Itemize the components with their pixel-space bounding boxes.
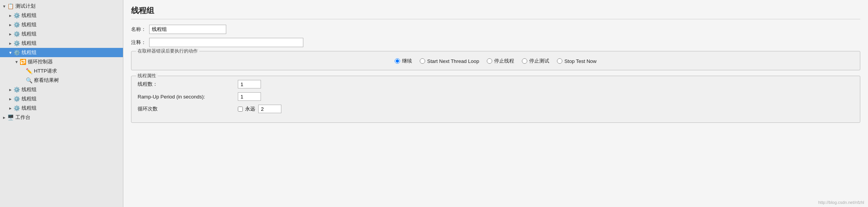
tree-arrow: ► bbox=[8, 88, 13, 92]
radio-stop-test[interactable] bbox=[522, 58, 527, 64]
sidebar-item-thread-group-3[interactable]: ►⚙️线程组 bbox=[0, 29, 123, 39]
plan-icon: 📋 bbox=[7, 3, 14, 10]
sidebar-item-workbench[interactable]: ►🖥️工作台 bbox=[0, 113, 123, 122]
workbench-icon: 🖥️ bbox=[7, 114, 14, 121]
sidebar-item-label: 线程组 bbox=[22, 12, 37, 19]
tree-arrow: ► bbox=[8, 106, 13, 110]
radio-continue[interactable] bbox=[395, 58, 400, 64]
name-row: 名称： bbox=[131, 25, 860, 34]
tree-arrow: ▼ bbox=[14, 60, 19, 64]
radio-label-start-next-loop: Start Next Thread Loop bbox=[427, 58, 479, 64]
radio-stop-test-now[interactable] bbox=[557, 58, 562, 64]
controller-icon: 🔁 bbox=[19, 58, 26, 65]
tree-arrow: ► bbox=[8, 97, 13, 101]
thread-count-label: 线程数： bbox=[138, 81, 238, 88]
sidebar-item-label: HTTP请求 bbox=[34, 68, 57, 75]
sidebar-item-thread-group-2[interactable]: ►⚙️线程组 bbox=[0, 20, 123, 29]
sidebar-item-test-plan[interactable]: ▼📋测试计划 bbox=[0, 2, 123, 11]
http-icon: ✏️ bbox=[25, 68, 32, 75]
action-group: 在取样器错误后要执行的动作 继续Start Next Thread Loop停止… bbox=[131, 51, 860, 70]
tree-arrow: ▼ bbox=[8, 51, 13, 55]
forever-checkbox-row: 永远 bbox=[238, 105, 255, 112]
gear-icon: ⚙️ bbox=[13, 12, 20, 19]
loop-row: 循环次数 永远 bbox=[138, 105, 854, 113]
sidebar-item-loop-controller[interactable]: ▼🔁循环控制器 bbox=[0, 57, 123, 66]
loop-label: 循环次数 bbox=[138, 105, 238, 112]
radio-option-stop-test[interactable]: 停止测试 bbox=[522, 58, 549, 64]
sidebar-item-label: 线程组 bbox=[22, 49, 37, 56]
gear-icon: ⚙️ bbox=[13, 105, 20, 112]
rampup-input[interactable] bbox=[238, 92, 261, 101]
thread-count-input[interactable] bbox=[238, 80, 261, 88]
forever-checkbox[interactable] bbox=[238, 107, 243, 112]
sidebar-item-label: 线程组 bbox=[22, 86, 37, 93]
gear-icon: ⚙️ bbox=[13, 95, 20, 102]
gear-icon: ⚙️ bbox=[13, 40, 20, 47]
tree-arrow: ► bbox=[8, 23, 13, 27]
sidebar-item-label: 循环控制器 bbox=[28, 58, 53, 65]
radio-option-stop-thread[interactable]: 停止线程 bbox=[487, 58, 514, 64]
radio-label-stop-thread: 停止线程 bbox=[494, 58, 514, 64]
radio-option-stop-test-now[interactable]: Stop Test Now bbox=[557, 58, 597, 64]
comment-label: 注释： bbox=[131, 39, 146, 46]
rampup-row: Ramp-Up Period (in seconds): bbox=[138, 92, 854, 101]
comment-row: 注释： bbox=[131, 38, 860, 47]
view-icon: 🔍 bbox=[25, 77, 32, 84]
radio-label-stop-test: 停止测试 bbox=[529, 58, 549, 64]
name-label: 名称： bbox=[131, 26, 146, 33]
gear-icon: ⚙️ bbox=[13, 86, 20, 93]
tree-arrow: ► bbox=[8, 32, 13, 36]
comment-input[interactable] bbox=[149, 38, 303, 47]
thread-count-row: 线程数： bbox=[138, 80, 854, 88]
sidebar: ▼📋测试计划►⚙️线程组►⚙️线程组►⚙️线程组►⚙️线程组▼⚙️线程组▼🔁循环… bbox=[0, 0, 123, 207]
sidebar-item-label: 线程组 bbox=[22, 95, 37, 102]
tree-arrow: ► bbox=[8, 14, 13, 18]
action-group-title: 在取样器错误后要执行的动作 bbox=[136, 48, 199, 54]
sidebar-item-label: 工作台 bbox=[15, 114, 30, 121]
sidebar-item-thread-group-4[interactable]: ►⚙️线程组 bbox=[0, 39, 123, 48]
page-title: 线程组 bbox=[131, 5, 860, 19]
sidebar-item-thread-group-6[interactable]: ►⚙️线程组 bbox=[0, 85, 123, 94]
sidebar-item-label: 线程组 bbox=[22, 31, 37, 37]
sidebar-item-thread-group-1[interactable]: ►⚙️线程组 bbox=[0, 11, 123, 20]
sidebar-item-label: 察看结果树 bbox=[34, 77, 59, 84]
radio-option-continue[interactable]: 继续 bbox=[395, 58, 412, 64]
tree-arrow: ► bbox=[8, 41, 13, 46]
main-panel: 线程组 名称： 注释： 在取样器错误后要执行的动作 继续Start Next T… bbox=[123, 0, 868, 207]
forever-label: 永远 bbox=[245, 105, 255, 112]
gear-icon: ⚙️ bbox=[13, 31, 20, 37]
radio-stop-thread[interactable] bbox=[487, 58, 492, 64]
sidebar-item-label: 线程组 bbox=[22, 21, 37, 28]
thread-props-group: 线程属性 线程数： Ramp-Up Period (in seconds): 循… bbox=[131, 76, 860, 123]
radio-start-next-loop[interactable] bbox=[420, 58, 425, 64]
rampup-label: Ramp-Up Period (in seconds): bbox=[138, 94, 238, 100]
radio-label-stop-test-now: Stop Test Now bbox=[564, 58, 597, 64]
sidebar-item-view-results[interactable]: 🔍察看结果树 bbox=[0, 76, 123, 85]
name-input[interactable] bbox=[149, 25, 226, 34]
watermark: http://blog.csdn.net/nfzhl bbox=[818, 200, 864, 205]
sidebar-item-http-request[interactable]: ✏️HTTP请求 bbox=[0, 66, 123, 76]
radio-option-start-next-loop[interactable]: Start Next Thread Loop bbox=[420, 58, 479, 64]
gear-icon: ⚙️ bbox=[13, 49, 20, 56]
sidebar-item-label: 线程组 bbox=[22, 40, 37, 47]
sidebar-item-label: 线程组 bbox=[22, 105, 37, 112]
tree-arrow: ► bbox=[2, 115, 7, 120]
gear-icon: ⚙️ bbox=[13, 21, 20, 28]
loop-count-input[interactable] bbox=[258, 105, 281, 113]
sidebar-item-thread-group-7[interactable]: ►⚙️线程组 bbox=[0, 94, 123, 104]
sidebar-item-thread-group-8[interactable]: ►⚙️线程组 bbox=[0, 104, 123, 113]
radio-options-row: 继续Start Next Thread Loop停止线程停止测试Stop Tes… bbox=[138, 55, 854, 64]
sidebar-item-label: 测试计划 bbox=[15, 3, 35, 10]
sidebar-item-thread-group-5[interactable]: ▼⚙️线程组 bbox=[0, 48, 123, 57]
thread-props-title: 线程属性 bbox=[136, 73, 158, 79]
tree-arrow: ▼ bbox=[2, 4, 7, 8]
radio-label-continue: 继续 bbox=[402, 58, 412, 64]
